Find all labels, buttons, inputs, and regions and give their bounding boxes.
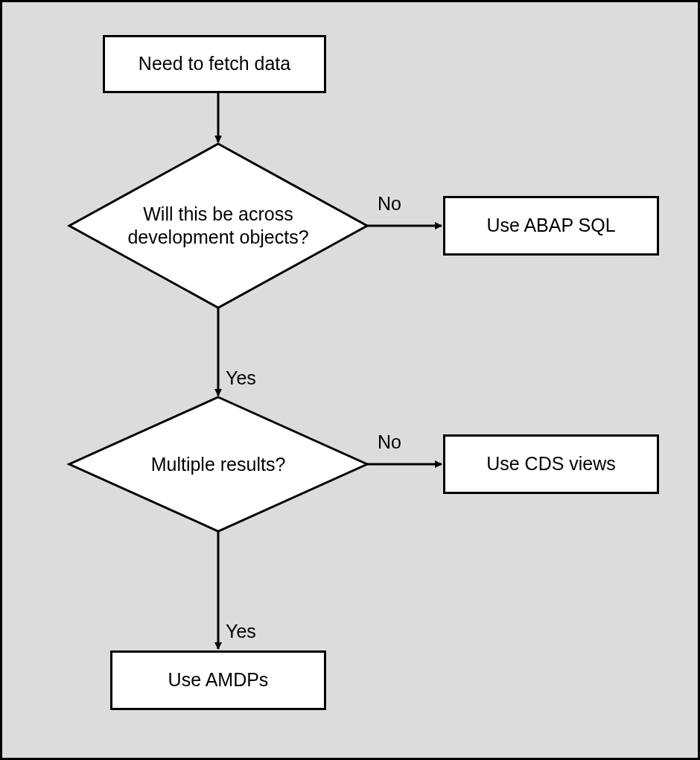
edge-d1-yes-label: Yes: [226, 367, 256, 389]
edge-d1-no-label: No: [378, 193, 401, 215]
flowchart-canvas: Need to fetch data Will this be across d…: [0, 0, 700, 760]
edge-d2-yes-label: Yes: [226, 621, 256, 642]
arrows-svg: [2, 2, 700, 760]
edge-d2-no-label: No: [378, 431, 401, 453]
